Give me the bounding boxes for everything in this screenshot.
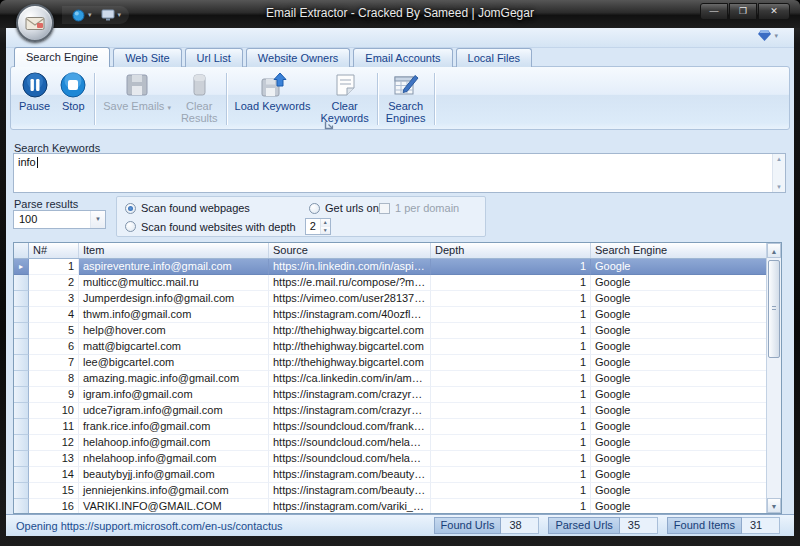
cell-item[interactable]: Jumperdesign.info@gmail.com [79, 291, 269, 307]
cell-item[interactable]: VARIKI.INFO@GMAIL.COM [79, 499, 269, 513]
table-row[interactable]: 2 multicc@multicc.mail.ru https://e.mail… [14, 275, 766, 291]
table-row[interactable]: 6 matt@bigcartel.com http://thehighway.b… [14, 339, 766, 355]
cell-item[interactable]: beautybyjj.info@gmail.com [79, 467, 269, 483]
column-header-item[interactable]: Item [79, 243, 269, 258]
table-row[interactable]: 4 thwm.info@gmail.com https://instagram.… [14, 307, 766, 323]
vertical-scrollbar[interactable]: ▲ ▼ [766, 243, 781, 513]
column-header-source[interactable]: Source [269, 243, 431, 258]
scroll-down-icon[interactable]: ▼ [767, 498, 781, 513]
table-row[interactable]: 9 igram.info@gmail.com https://instagram… [14, 387, 766, 403]
pause-button[interactable]: Pause [14, 70, 55, 126]
table-row[interactable]: ▸ 1 aspireventure.info@gmail.com https:/… [14, 259, 766, 275]
save-emails-button[interactable]: Save Emails ▾ [98, 70, 176, 126]
cell-n: 4 [29, 307, 79, 323]
tab-url-list[interactable]: Url List [185, 48, 243, 67]
spinner-up-icon[interactable]: ▲ [321, 219, 330, 227]
radio-scan-depth[interactable] [125, 221, 136, 232]
dialog-launcher-icon[interactable] [324, 117, 335, 128]
option-scan-depth[interactable]: Scan found websites with depth 2 ▲ ▼ [125, 218, 331, 235]
cell-source[interactable]: https://in.linkedin.com/in/aspireventure [269, 259, 431, 275]
monitor-icon[interactable] [101, 9, 115, 21]
radio-get-urls-only[interactable] [309, 203, 320, 214]
keywords-scrollbar[interactable]: ▲ ▼ [772, 154, 785, 192]
dropdown-arrow-icon: ▾ [167, 104, 171, 111]
table-row[interactable]: 15 jenniejenkins.info@gmail.com https://… [14, 483, 766, 499]
option-scan-found-webpages[interactable]: Scan found webpages [125, 202, 250, 214]
cell-depth: 1 [431, 387, 591, 403]
tab-website-owners[interactable]: Website Owners [246, 48, 351, 67]
table-row[interactable]: 5 help@hover.com http://thehighway.bigca… [14, 323, 766, 339]
table-row[interactable]: 11 frank.rice.info@gmail.com https://sou… [14, 419, 766, 435]
search-engines-button[interactable]: Search Engines [381, 70, 431, 126]
cell-item[interactable]: udce7igram.info@gmail.com [79, 403, 269, 419]
table-row[interactable]: 3 Jumperdesign.info@gmail.com https://vi… [14, 291, 766, 307]
cell-source[interactable]: https://instagram.com/variki_vzla/ [269, 499, 431, 513]
tab-email-accounts[interactable]: Email Accounts [353, 48, 452, 67]
maximize-button[interactable]: ❐ [729, 3, 757, 20]
cell-item[interactable]: lee@bigcartel.com [79, 355, 269, 371]
checkbox-one-per-domain[interactable] [379, 203, 390, 214]
cell-source[interactable]: https://soundcloud.com/helahoop [269, 451, 431, 467]
cell-item[interactable]: jenniejenkins.info@gmail.com [79, 483, 269, 499]
clear-results-button[interactable]: Clear Results [176, 70, 223, 126]
cell-source[interactable]: https://instagram.com/crazyroomss/ [269, 403, 431, 419]
cell-source[interactable]: https://e.mail.ru/compose/?mailto=mailt.… [269, 275, 431, 291]
option-one-per-domain[interactable]: 1 per domain [379, 202, 459, 214]
scrollbar-thumb[interactable] [768, 260, 780, 358]
table-row[interactable]: 12 helahoop.info@gmail.com https://sound… [14, 435, 766, 451]
cell-item[interactable]: amazing.magic.info@gmail.com [79, 371, 269, 387]
cell-depth: 1 [431, 323, 591, 339]
option-get-urls-only[interactable]: Get urls only [309, 202, 387, 214]
minimize-button[interactable]: — [700, 3, 728, 20]
load-keywords-button[interactable]: Load Keywords [230, 70, 316, 126]
cell-item[interactable]: help@hover.com [79, 323, 269, 339]
cell-n: 12 [29, 435, 79, 451]
table-row[interactable]: 13 nhelahoop.info@gmail.com https://soun… [14, 451, 766, 467]
tab-search-engine[interactable]: Search Engine [14, 47, 110, 67]
cell-item[interactable]: matt@bigcartel.com [79, 339, 269, 355]
cell-source[interactable]: https://soundcloud.com/frankrice [269, 419, 431, 435]
cell-source[interactable]: http://thehighway.bigcartel.com [269, 355, 431, 371]
table-row[interactable]: 10 udce7igram.info@gmail.com https://ins… [14, 403, 766, 419]
skin-selector[interactable]: ▾ [758, 30, 778, 41]
cell-source[interactable]: https://soundcloud.com/helahoop [269, 435, 431, 451]
cell-source[interactable]: https://instagram.com/beautybyjj/ [269, 467, 431, 483]
tab-local-files[interactable]: Local Files [456, 48, 533, 67]
cell-n: 7 [29, 355, 79, 371]
table-row[interactable]: 8 amazing.magic.info@gmail.com https://c… [14, 371, 766, 387]
search-keywords-input[interactable]: info ▲ ▼ [13, 153, 786, 193]
column-header-n[interactable]: N# [29, 243, 79, 258]
app-menu-button[interactable] [16, 4, 54, 42]
cell-item[interactable]: aspireventure.info@gmail.com [79, 259, 269, 275]
close-button[interactable]: ✕ [758, 3, 790, 20]
cell-source[interactable]: https://instagram.com/beautybyjj/ [269, 483, 431, 499]
column-header-engine[interactable]: Search Engine [591, 243, 766, 258]
radio-scan-webpages[interactable] [125, 203, 136, 214]
cell-source[interactable]: http://thehighway.bigcartel.com [269, 323, 431, 339]
cell-source[interactable]: https://ca.linkedin.com/in/amazingmagic [269, 371, 431, 387]
scroll-up-icon[interactable]: ▲ [767, 243, 781, 258]
dropdown-arrow-icon[interactable]: ▼ [90, 211, 105, 228]
cell-item[interactable]: nhelahoop.info@gmail.com [79, 451, 269, 467]
table-row[interactable]: 14 beautybyjj.info@gmail.com https://ins… [14, 467, 766, 483]
cell-source[interactable]: https://vimeo.com/user28137384 [269, 291, 431, 307]
table-body: ▸ 1 aspireventure.info@gmail.com https:/… [14, 259, 766, 513]
chevron-down-icon[interactable]: ▾ [88, 6, 92, 24]
cell-item[interactable]: thwm.info@gmail.com [79, 307, 269, 323]
cell-item[interactable]: igram.info@gmail.com [79, 387, 269, 403]
table-row[interactable]: 16 VARIKI.INFO@GMAIL.COM https://instagr… [14, 499, 766, 513]
table-row[interactable]: 7 lee@bigcartel.com http://thehighway.bi… [14, 355, 766, 371]
column-header-depth[interactable]: Depth [431, 243, 591, 258]
depth-spinner[interactable]: 2 ▲ ▼ [305, 218, 331, 235]
cell-item[interactable]: multicc@multicc.mail.ru [79, 275, 269, 291]
stop-button[interactable]: Stop [55, 70, 91, 126]
run-status-icon[interactable] [72, 9, 85, 22]
tab-web-site[interactable]: Web Site [113, 48, 181, 67]
cell-item[interactable]: frank.rice.info@gmail.com [79, 419, 269, 435]
parse-results-dropdown[interactable]: 100 ▼ [13, 210, 106, 229]
cell-source[interactable]: https://instagram.com/40ozflocko/ [269, 307, 431, 323]
cell-item[interactable]: helahoop.info@gmail.com [79, 435, 269, 451]
cell-source[interactable]: https://instagram.com/crazyroomss/ [269, 387, 431, 403]
spinner-down-icon[interactable]: ▼ [321, 227, 330, 235]
cell-source[interactable]: http://thehighway.bigcartel.com [269, 339, 431, 355]
